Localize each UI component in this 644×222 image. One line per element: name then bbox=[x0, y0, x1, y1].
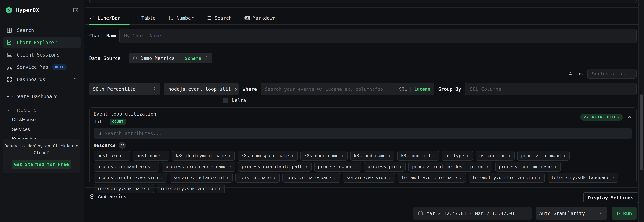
tab-markdown[interactable]: Markdown bbox=[244, 15, 275, 21]
tab-label: Table bbox=[142, 15, 156, 21]
tab-number[interactable]: 1 2 3 Number bbox=[168, 15, 194, 21]
attribute-chip[interactable]: service.version › bbox=[343, 173, 395, 183]
delta-checkbox[interactable] bbox=[223, 98, 228, 103]
attribute-chip[interactable]: service.name › bbox=[235, 173, 280, 183]
tab-table[interactable]: Table bbox=[133, 15, 156, 21]
sidebar-collapse-icon[interactable] bbox=[73, 7, 78, 13]
aggregation-select[interactable]: 90th Percentile bbox=[89, 83, 160, 95]
chevron-right-icon: › bbox=[508, 153, 511, 159]
attribute-chip[interactable]: process.executable.name › bbox=[162, 162, 235, 172]
presets-toggle[interactable]: PRESETS bbox=[7, 108, 84, 113]
attribute-chip[interactable]: os.version › bbox=[476, 151, 514, 161]
delta-row: Delta bbox=[223, 97, 246, 103]
attribute-chip-label: process.runtime.name bbox=[499, 164, 552, 169]
tab-label: Markdown bbox=[252, 15, 275, 21]
chart-name-input[interactable] bbox=[119, 29, 636, 43]
sidebar-item-label: Service Map bbox=[17, 64, 48, 70]
attribute-chip[interactable]: host.name › bbox=[133, 151, 169, 161]
sidebar-item-dashboards[interactable]: Dashboards bbox=[3, 74, 80, 85]
attribute-chip[interactable]: service.namespace › bbox=[282, 173, 340, 183]
tab-search[interactable]: Search bbox=[206, 15, 232, 21]
attribute-chip[interactable]: process.executable.path › bbox=[238, 162, 312, 172]
attribute-search-input[interactable] bbox=[105, 131, 629, 136]
divider bbox=[89, 74, 565, 74]
attribute-chip[interactable]: host.arch › bbox=[94, 151, 130, 161]
attributes-panel-header: Event loop utilization Unit: COUNT 27 AT… bbox=[94, 111, 632, 125]
preset-clickhouse[interactable]: ClickHouse bbox=[12, 117, 84, 122]
attribute-chip[interactable]: telemetry.sdk.language › bbox=[548, 173, 618, 183]
attribute-chip[interactable]: telemetry.distro.version › bbox=[469, 173, 545, 183]
panel-header-right: 27 ATTRIBUTES bbox=[580, 114, 632, 121]
hyperdx-logo-icon bbox=[6, 6, 12, 14]
schema-link[interactable]: Schema bbox=[185, 56, 201, 61]
chevron-right-icon: › bbox=[160, 175, 163, 181]
attribute-chip[interactable]: process.command_args › bbox=[94, 162, 159, 172]
attribute-chip[interactable]: k8s.pod.name › bbox=[350, 151, 395, 161]
sidebar-item-chart-explorer[interactable]: Chart Explorer bbox=[3, 37, 80, 48]
aggregation-value: 90th Percentile bbox=[93, 86, 136, 92]
tab-line-bar[interactable]: Line/Bar bbox=[89, 15, 120, 21]
attribute-chip[interactable]: os.type › bbox=[442, 151, 473, 161]
group-by-input[interactable] bbox=[465, 83, 636, 95]
attribute-chip[interactable]: telemetry.sdk.version › bbox=[156, 184, 225, 194]
attribute-chip[interactable]: k8s.namespace.name › bbox=[238, 151, 298, 161]
metric-description: Event loop utilization bbox=[94, 111, 156, 117]
data-source-select[interactable]: Demo Metrics Schema bbox=[129, 53, 212, 63]
search-grid-icon bbox=[6, 27, 12, 33]
granularity-select[interactable]: Auto Granularity bbox=[536, 207, 607, 220]
attribute-group-row: Resource 27 bbox=[94, 142, 632, 149]
preset-services[interactable]: Services bbox=[12, 127, 84, 132]
attribute-chip[interactable]: k8s.pod.uid › bbox=[397, 151, 439, 161]
lucene-mode-option[interactable]: Lucene bbox=[414, 87, 430, 92]
chevron-right-icon: › bbox=[228, 153, 231, 159]
sidebar-item-label: Search bbox=[17, 27, 34, 33]
where-input-wrap: SQL | Lucene bbox=[261, 83, 434, 95]
create-dashboard-button[interactable]: + Create Dashboard bbox=[6, 94, 84, 99]
time-range-input[interactable]: Mar 2 12:47:01 - Mar 2 13:47:01 bbox=[414, 207, 532, 220]
calendar-icon bbox=[418, 211, 423, 216]
attribute-chip-label: k8s.pod.uid bbox=[401, 153, 430, 158]
scrollbar-thumb[interactable] bbox=[640, 94, 643, 170]
sidebar-item-client-sessions[interactable]: Client Sessions bbox=[3, 49, 80, 60]
attribute-chip[interactable]: process.runtime.description › bbox=[408, 162, 492, 172]
display-settings-button[interactable]: Display Settings bbox=[583, 192, 638, 203]
chevron-right-icon: › bbox=[273, 175, 276, 181]
number-123-icon: 1 2 3 bbox=[168, 15, 174, 21]
chevron-right-icon: › bbox=[486, 164, 489, 170]
get-started-button[interactable]: Get Started for Free bbox=[12, 160, 71, 169]
attribute-chip[interactable]: k8s.deployment.name › bbox=[172, 151, 235, 161]
attribute-chip-label: host.arch bbox=[97, 153, 121, 158]
metric-chip[interactable]: nodejs.event_loop.util ✕ bbox=[164, 83, 238, 95]
chevron-right-icon: › bbox=[226, 175, 229, 181]
attribute-chip[interactable]: telemetry.sdk.name › bbox=[94, 184, 154, 194]
sidebar-item-service-map[interactable]: Service Map BETA bbox=[3, 62, 80, 73]
attribute-chip[interactable]: process.runtime.name › bbox=[495, 162, 561, 172]
attribute-chip-label: process.runtime.description bbox=[412, 164, 484, 169]
sql-mode-option[interactable]: SQL bbox=[399, 87, 407, 92]
attribute-chip[interactable]: process.owner › bbox=[314, 162, 361, 172]
chevron-right-icon: › bbox=[554, 164, 557, 170]
sidebar-item-label: Dashboards bbox=[17, 77, 46, 82]
dashboards-icon bbox=[6, 76, 12, 82]
attribute-chip[interactable]: k8s.node.name › bbox=[300, 151, 347, 161]
play-icon bbox=[616, 211, 620, 216]
promo-text: Ready to deploy on ClickHouse Cloud? bbox=[2, 143, 80, 156]
series-alias-input[interactable] bbox=[587, 69, 636, 79]
attribute-chip[interactable]: service.instance.id › bbox=[170, 173, 233, 183]
attribute-chip[interactable]: process.runtime.version › bbox=[94, 173, 167, 183]
where-search-input[interactable] bbox=[265, 83, 399, 95]
chevron-right-icon: › bbox=[147, 186, 150, 192]
brand-title: HyperDX bbox=[16, 7, 39, 13]
attribute-chip[interactable]: telemetry.distro.name › bbox=[398, 173, 466, 183]
sidebar-item-label: Client Sessions bbox=[17, 52, 60, 58]
sidebar-item-search[interactable]: Search bbox=[3, 25, 80, 36]
add-series-button[interactable]: Add Series bbox=[89, 194, 126, 199]
attribute-chip[interactable]: process.command › bbox=[517, 151, 570, 161]
chevron-right-icon: › bbox=[152, 164, 156, 170]
chevron-right-icon: › bbox=[388, 175, 392, 181]
scrollbar-track[interactable] bbox=[638, 0, 644, 222]
attribute-chip[interactable]: process.pid › bbox=[364, 162, 406, 172]
close-icon[interactable]: ✕ bbox=[235, 86, 238, 92]
run-button[interactable]: Run bbox=[612, 207, 636, 220]
chevron-up-icon[interactable] bbox=[627, 115, 632, 120]
